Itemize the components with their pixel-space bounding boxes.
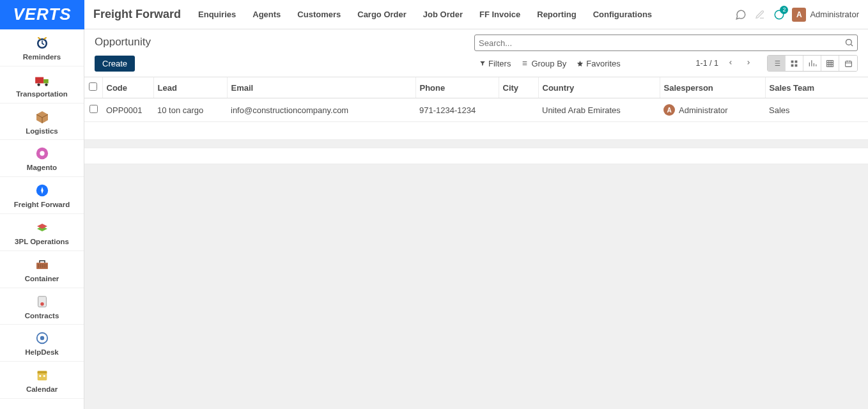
groupby-button[interactable]: Group By (516, 58, 571, 70)
view-graph-button[interactable] (803, 56, 821, 71)
support-icon (34, 330, 50, 346)
cell-phone: 971-1234-1234 (415, 98, 499, 122)
notifications-count: 2 (780, 6, 788, 14)
svg-rect-20 (791, 60, 794, 63)
svg-point-8 (40, 151, 44, 156)
page-title: Opportunity (95, 35, 151, 49)
select-all-checkbox[interactable] (89, 82, 97, 91)
app-sidebar: Reminders Transportation Logistics Magen… (0, 29, 84, 409)
discuss-icon[interactable] (734, 8, 747, 21)
salesperson-avatar: A (663, 104, 675, 116)
menu-cargo-order[interactable]: Cargo Order (349, 0, 415, 29)
document-icon (34, 293, 50, 310)
svg-rect-23 (795, 64, 798, 66)
cell-country: United Arab Emirates (538, 98, 660, 122)
table-row[interactable]: OPP0001 10 ton cargo info@constructionco… (84, 98, 868, 122)
col-lead[interactable]: Lead (153, 77, 227, 98)
sidebar-item-logistics[interactable]: Logistics (0, 104, 84, 141)
sidebar-label: Transportation (16, 90, 68, 99)
menu-ff-invoice[interactable]: FF Invoice (471, 0, 529, 29)
user-menu[interactable]: A Administrator (792, 8, 859, 22)
col-email[interactable]: Email (227, 77, 415, 98)
sidebar-item-helpdesk[interactable]: HelpDesk (0, 325, 84, 362)
create-button[interactable]: Create (95, 56, 135, 72)
sidebar-item-freight-forward[interactable]: Freight Forward (0, 177, 84, 214)
svg-rect-18 (43, 375, 45, 377)
search-icon[interactable] (844, 38, 854, 49)
svg-rect-17 (39, 375, 41, 377)
table-footer-row (84, 122, 868, 140)
svg-rect-3 (35, 77, 43, 83)
filters-button[interactable]: Filters (474, 58, 516, 70)
menu-customers[interactable]: Customers (289, 0, 349, 29)
row-checkbox[interactable] (89, 105, 98, 113)
calendar-icon (34, 367, 50, 383)
filter-bar: Filters Group By Favorites 1-1 / 1 (474, 55, 858, 72)
clock-icon (34, 35, 50, 51)
col-phone[interactable]: Phone (415, 77, 499, 98)
pager-next[interactable] (743, 57, 754, 70)
search-input[interactable] (474, 35, 858, 51)
pager-prev[interactable] (725, 57, 736, 70)
app-title[interactable]: Freight Forward (84, 8, 190, 21)
cell-code: OPP0001 (102, 98, 153, 122)
pager-text: 1-1 / 1 (696, 59, 718, 68)
edit-icon[interactable] (754, 8, 766, 21)
products-icon (34, 404, 50, 409)
menu-job-order[interactable]: Job Order (415, 0, 471, 29)
table-header-row: Code Lead Email Phone City Country Sales… (84, 77, 868, 98)
groupby-label: Group By (531, 59, 566, 68)
nav-right: 2 A Administrator (734, 0, 868, 29)
sidebar-item-reminders[interactable]: Reminders (0, 29, 84, 66)
avatar: A (792, 8, 806, 22)
menu-agents[interactable]: Agents (244, 0, 289, 29)
cell-lead: 10 ton cargo (153, 98, 227, 122)
sidebar-item-contracts[interactable]: Contracts (0, 288, 84, 325)
sidebar-label: Contracts (25, 312, 59, 321)
menu-reporting[interactable]: Reporting (529, 0, 584, 29)
sidebar-label: Logistics (26, 127, 58, 136)
sidebar-label: 3PL Operations (15, 238, 69, 247)
sidebar-item-container[interactable]: Container (0, 251, 84, 288)
top-menu: Enquiries Agents Customers Cargo Order J… (190, 0, 660, 29)
view-pivot-button[interactable] (821, 56, 839, 71)
col-salesperson[interactable]: Salesperson (660, 77, 765, 98)
svg-rect-22 (791, 64, 794, 66)
favorites-label: Favorites (586, 59, 620, 68)
notifications-icon[interactable]: 2 (773, 8, 786, 21)
cell-sales-team: Sales (765, 98, 868, 122)
salesperson-name: Administrator (679, 105, 728, 115)
svg-rect-4 (43, 79, 49, 84)
view-calendar-button[interactable] (839, 56, 857, 71)
svg-rect-16 (37, 371, 47, 374)
container-icon (34, 256, 50, 273)
menu-enquiries[interactable]: Enquiries (190, 0, 244, 29)
col-country[interactable]: Country (538, 77, 660, 98)
pager: 1-1 / 1 (696, 55, 858, 72)
view-kanban-button[interactable] (786, 56, 803, 71)
svg-point-6 (45, 83, 47, 86)
main-content: Opportunity Create Filters Group By (84, 29, 868, 409)
svg-point-12 (40, 302, 44, 305)
brand-logo[interactable]: VERTS (0, 0, 84, 29)
sidebar-item-products[interactable]: Products (0, 399, 84, 409)
favorites-button[interactable]: Favorites (571, 58, 625, 70)
sidebar-label: Calendar (26, 385, 58, 394)
sidebar-label: Freight Forward (14, 201, 70, 210)
view-list-button[interactable] (768, 56, 786, 71)
col-code[interactable]: Code (102, 77, 153, 98)
cell-salesperson: A Administrator (660, 98, 765, 122)
col-sales-team[interactable]: Sales Team (765, 77, 868, 98)
svg-point-14 (40, 336, 43, 340)
menu-configurations[interactable]: Configurations (585, 0, 660, 29)
col-city[interactable]: City (499, 77, 538, 98)
sidebar-item-3pl-operations[interactable]: 3PL Operations (0, 214, 84, 251)
view-switcher (767, 55, 858, 72)
layers-icon (34, 219, 50, 236)
magento-icon (34, 145, 50, 162)
sidebar-item-calendar[interactable]: Calendar (0, 362, 84, 399)
sidebar-item-transportation[interactable]: Transportation (0, 66, 84, 104)
control-panel: Opportunity Create Filters Group By (84, 29, 868, 77)
sidebar-item-magento[interactable]: Magento (0, 140, 84, 177)
cell-email: info@constructioncompany.com (227, 98, 415, 122)
